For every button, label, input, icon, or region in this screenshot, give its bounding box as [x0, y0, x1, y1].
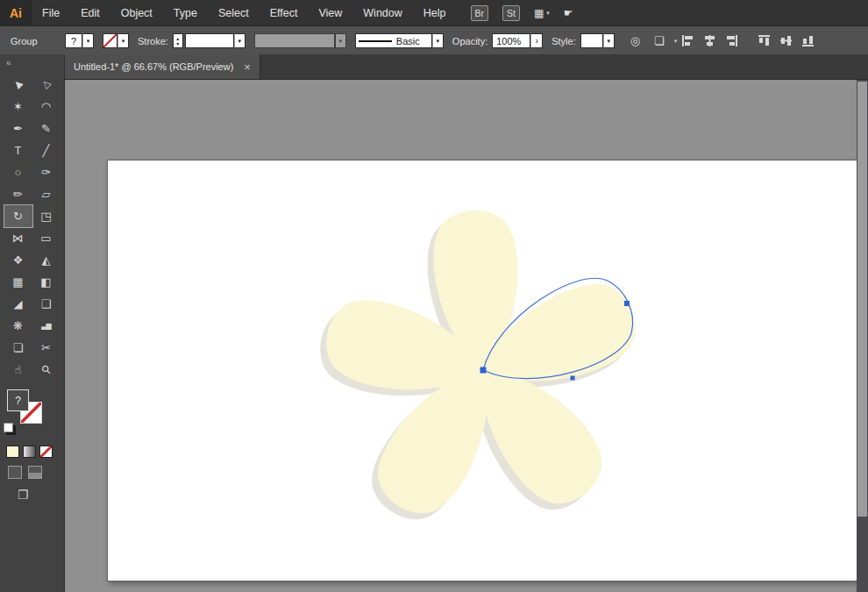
align-horizontal-right-icon[interactable] — [722, 32, 742, 50]
tool-blend[interactable]: ❑ — [32, 293, 60, 315]
share-icon[interactable]: ☛ — [564, 7, 573, 19]
stepper-down-icon[interactable]: ▾ — [176, 41, 179, 46]
scale-icon: ◳ — [40, 210, 51, 223]
tool-paintbrush[interactable]: ✑ — [32, 161, 60, 183]
artboard[interactable] — [107, 160, 857, 581]
opacity-value[interactable]: 100% — [492, 33, 530, 48]
stock-button[interactable]: St — [502, 5, 520, 21]
pen-icon: ✒ — [13, 122, 23, 135]
brush-chevron-icon[interactable]: ▾ — [335, 33, 346, 48]
flower-artwork[interactable] — [108, 160, 857, 581]
fill-query-label: ? — [15, 395, 21, 407]
menu-select[interactable]: Select — [208, 0, 260, 25]
color-mode-row — [0, 439, 64, 458]
menu-window[interactable]: Window — [352, 0, 412, 25]
menu-view[interactable]: View — [308, 0, 352, 25]
tool-eraser[interactable]: ▱ — [32, 183, 60, 205]
tool-mesh[interactable]: ▦ — [4, 271, 32, 293]
default-fill-stroke-icon[interactable] — [4, 423, 13, 432]
opacity-more-icon[interactable]: › — [530, 33, 543, 48]
tool-selection[interactable]: ▶ — [4, 74, 32, 96]
tool-magic-wand[interactable]: ✶ — [4, 96, 32, 118]
gradient-button[interactable] — [23, 446, 36, 458]
arrange-documents-chevron-icon[interactable]: ▾ — [546, 10, 550, 17]
screen-mode-icon[interactable]: ❐ — [18, 488, 29, 502]
align-vertical-center-icon[interactable] — [776, 32, 796, 50]
tool-column-graph[interactable]: ▃▆ — [32, 315, 60, 337]
line-style-chevron-icon[interactable]: ▾ — [432, 33, 444, 48]
tab-close-icon[interactable]: × — [244, 61, 251, 74]
draw-normal-icon[interactable] — [8, 466, 22, 479]
none-button[interactable] — [39, 446, 53, 458]
stroke-weight-stepper[interactable]: ▴ ▾ — [173, 33, 183, 48]
tool-gradient[interactable]: ◧ — [32, 271, 60, 293]
bridge-button[interactable]: Br — [471, 5, 489, 21]
document-tab[interactable]: Untitled-1* @ 66.67% (RGB/Preview) × — [65, 54, 260, 79]
opacity-combo[interactable]: 100% › — [492, 33, 543, 48]
align-vertical-top-icon[interactable] — [754, 32, 774, 50]
direct-selection-icon: ▷ — [39, 78, 53, 91]
stroke-weight-combo[interactable]: ▾ — [185, 33, 245, 48]
vertical-scrollbar-thumb[interactable] — [857, 82, 867, 517]
tool-perspective-grid[interactable]: ◭ — [32, 249, 60, 271]
hand-icon: ☝ — [15, 363, 22, 376]
align-vertical-bottom-icon[interactable] — [798, 32, 818, 50]
align-horizontal-left-icon[interactable] — [678, 32, 698, 50]
brush-definition-combo[interactable]: ▾ — [254, 33, 346, 48]
tool-lasso[interactable]: ◠ — [32, 96, 60, 118]
menu-help[interactable]: Help — [413, 0, 457, 25]
color-button[interactable] — [6, 446, 19, 458]
tool-rotate[interactable]: ↻ — [4, 205, 32, 227]
tool-hand[interactable]: ☝ — [4, 359, 32, 381]
tool-width[interactable]: ⋈ — [4, 227, 32, 249]
menu-edit[interactable]: Edit — [70, 0, 110, 25]
vertical-scrollbar[interactable] — [857, 80, 868, 592]
stroke-weight-chevron-icon[interactable]: ▾ — [234, 33, 245, 48]
tool-type[interactable]: T — [4, 139, 32, 161]
tool-pen[interactable]: ✒ — [4, 118, 32, 139]
menu-object[interactable]: Object — [110, 0, 163, 25]
anchor-edge[interactable] — [571, 376, 575, 381]
tool-symbol-sprayer[interactable]: ❋ — [4, 315, 32, 337]
tool-free-transform[interactable]: ▭ — [32, 227, 60, 249]
ellipse-icon: ○ — [15, 166, 22, 179]
tool-slice[interactable]: ✂ — [32, 337, 60, 359]
anchor-center[interactable] — [480, 367, 487, 374]
globe-icon[interactable]: ◎ — [630, 34, 640, 47]
canvas[interactable] — [65, 80, 868, 592]
tool-pencil[interactable]: ✏ — [4, 183, 32, 205]
menu-file[interactable]: File — [32, 0, 70, 25]
stroke-none-swatch[interactable] — [103, 33, 117, 48]
selection-icon: ▶ — [11, 78, 25, 91]
stroke-color-chevron-icon[interactable]: ▾ — [117, 33, 129, 48]
draw-behind-icon[interactable] — [28, 466, 42, 479]
tool-shape-builder[interactable]: ❖ — [4, 249, 32, 271]
panel-collapse-button[interactable]: « — [0, 54, 64, 74]
tool-line-segment[interactable]: ╱ — [32, 139, 60, 161]
align-horizontal-center-icon[interactable] — [700, 32, 720, 50]
tool-scale[interactable]: ◳ — [32, 205, 60, 227]
tool-zoom[interactable]: ⚲ — [32, 359, 60, 381]
menu-effect[interactable]: Effect — [260, 0, 309, 25]
document-options-icon[interactable]: ❏ — [654, 34, 665, 47]
tool-direct-selection[interactable]: ▷ — [32, 74, 60, 96]
opacity-label: Opacity: — [452, 36, 487, 46]
shape-builder-icon: ❖ — [13, 253, 24, 267]
document-options-chevron-icon[interactable]: ▾ — [674, 38, 678, 45]
tool-eyedropper[interactable]: ◢ — [4, 293, 32, 315]
arrange-documents-icon[interactable]: ▦ — [534, 7, 544, 19]
graphic-style-combo[interactable]: Basic ▾ — [355, 33, 444, 48]
rotate-icon: ↻ — [13, 210, 23, 223]
anchor-tip[interactable] — [624, 301, 630, 306]
menu-type[interactable]: Type — [163, 0, 208, 25]
style-combo[interactable]: ▾ — [580, 33, 615, 48]
style-chevron-icon[interactable]: ▾ — [603, 33, 615, 48]
fill-swatch[interactable]: ? — [7, 389, 29, 411]
tool-curvature[interactable]: ✎ — [32, 118, 60, 139]
profile-chevron-icon[interactable]: ▾ — [82, 33, 94, 48]
stroke-color-combo[interactable]: ▾ — [103, 33, 129, 48]
variable-width-profile-combo[interactable]: ? ▾ — [65, 33, 94, 48]
tool-artboard[interactable]: ❏ — [4, 337, 32, 359]
tool-ellipse[interactable]: ○ — [4, 161, 32, 183]
stroke-label: Stroke: — [138, 36, 168, 46]
